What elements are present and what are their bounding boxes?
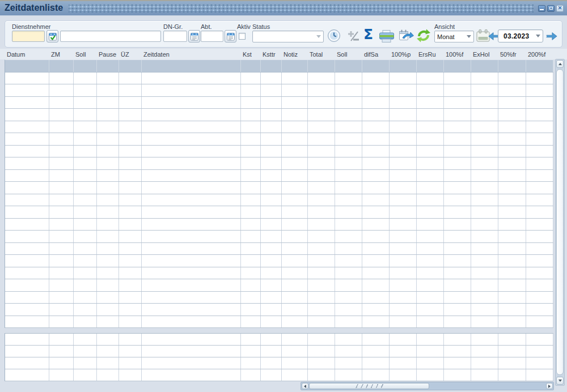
grid-cell[interactable] (335, 170, 362, 182)
grid-cell[interactable] (282, 267, 308, 279)
grid-cell[interactable] (241, 369, 261, 381)
grid-cell[interactable] (142, 243, 241, 255)
grid-cell[interactable] (308, 357, 335, 369)
grid-cell[interactable] (390, 84, 417, 96)
dn-gr-lookup-button[interactable] (188, 30, 200, 42)
grid-cell[interactable] (5, 369, 49, 381)
grid-cell[interactable] (335, 334, 362, 345)
grid-cell[interactable] (308, 316, 335, 328)
grid-row[interactable] (5, 292, 553, 304)
grid-cell[interactable] (335, 206, 362, 218)
grid-cell[interactable] (526, 133, 553, 145)
grid-cell[interactable] (5, 60, 49, 72)
grid-cell[interactable] (119, 346, 142, 357)
grid-cell[interactable] (282, 279, 308, 291)
grid-cell[interactable] (471, 304, 498, 316)
grid-cell[interactable] (471, 170, 498, 182)
grid-cell[interactable] (444, 109, 471, 121)
grid-cell[interactable] (5, 121, 49, 133)
grid-cell[interactable] (5, 206, 49, 218)
grid-cell[interactable] (526, 304, 553, 316)
grid-cell[interactable] (142, 304, 241, 316)
grid-cell[interactable] (119, 182, 142, 194)
grid-cell[interactable] (74, 357, 97, 369)
grid-cell[interactable] (362, 219, 390, 231)
grid-cell[interactable] (241, 279, 261, 291)
grid-cell[interactable] (417, 316, 444, 328)
grid-cell[interactable] (119, 334, 142, 345)
grid-cell[interactable] (362, 121, 390, 133)
grid-cell[interactable] (417, 279, 444, 291)
grid-cell[interactable] (444, 121, 471, 133)
grid-cell[interactable] (526, 146, 553, 157)
grid-cell[interactable] (308, 121, 335, 133)
grid-cell[interactable] (282, 231, 308, 242)
vertical-scrollbar[interactable] (555, 59, 565, 386)
grid-cell[interactable] (526, 292, 553, 304)
grid-cell[interactable] (526, 182, 553, 194)
grid-cell[interactable] (308, 194, 335, 206)
grid-cell[interactable] (444, 357, 471, 369)
grid-cell[interactable] (261, 157, 282, 169)
grid-cell[interactable] (335, 60, 362, 72)
grid-cell[interactable] (282, 109, 308, 121)
grid-cell[interactable] (49, 109, 74, 121)
grid-cell[interactable] (444, 157, 471, 169)
grid-cell[interactable] (335, 182, 362, 194)
grid-cell[interactable] (526, 334, 553, 345)
grid-cell[interactable] (308, 60, 335, 72)
grid-cell[interactable] (444, 292, 471, 304)
grid-cell[interactable] (261, 267, 282, 279)
period-field[interactable]: 03.2023 (498, 29, 543, 42)
grid-cell[interactable] (119, 60, 142, 72)
grid-cell[interactable] (97, 182, 119, 194)
grid-cell[interactable] (498, 170, 526, 182)
grid-cell[interactable] (282, 84, 308, 96)
grid-cell[interactable] (417, 73, 444, 84)
grid-cell[interactable] (417, 255, 444, 267)
grid-cell[interactable] (444, 60, 471, 72)
grid-cell[interactable] (241, 206, 261, 218)
grid-cell[interactable] (119, 73, 142, 84)
grid-cell[interactable] (241, 146, 261, 157)
grid-row[interactable] (5, 346, 553, 357)
grid-cell[interactable] (526, 97, 553, 109)
grid-cell[interactable] (498, 121, 526, 133)
grid-cell[interactable] (241, 121, 261, 133)
grid-cell[interactable] (390, 346, 417, 357)
grid-cell[interactable] (444, 346, 471, 357)
grid-cell[interactable] (49, 157, 74, 169)
grid-cell[interactable] (362, 133, 390, 145)
print-button[interactable] (378, 29, 395, 43)
grid-row[interactable] (5, 170, 553, 182)
grid-cell[interactable] (471, 357, 498, 369)
grid-cell[interactable] (49, 243, 74, 255)
grid-cell[interactable] (308, 157, 335, 169)
grid-cell[interactable] (119, 231, 142, 242)
vertical-scrollbar-thumb[interactable] (556, 69, 564, 375)
grid-cell[interactable] (444, 206, 471, 218)
grid-cell[interactable] (5, 346, 49, 357)
grid-cell[interactable] (471, 206, 498, 218)
grid-cell[interactable] (526, 279, 553, 291)
grid-cell[interactable] (97, 170, 119, 182)
grid-cell[interactable] (444, 73, 471, 84)
grid-cell[interactable] (417, 304, 444, 316)
grid-cell[interactable] (5, 194, 49, 206)
grid-cell[interactable] (362, 357, 390, 369)
grid-cell[interactable] (390, 170, 417, 182)
grid-cell[interactable] (261, 219, 282, 231)
grid-cell[interactable] (498, 346, 526, 357)
grid-cell[interactable] (526, 231, 553, 242)
grid-cell[interactable] (97, 334, 119, 345)
grid-cell[interactable] (97, 121, 119, 133)
grid-cell[interactable] (526, 255, 553, 267)
view-dropdown[interactable]: Monat (434, 31, 474, 42)
grid-cell[interactable] (5, 133, 49, 145)
grid-cell[interactable] (241, 109, 261, 121)
grid-cell[interactable] (390, 146, 417, 157)
grid-cell[interactable] (526, 369, 553, 381)
grid-cell[interactable] (74, 206, 97, 218)
grid-cell[interactable] (5, 84, 49, 96)
grid-cell[interactable] (119, 170, 142, 182)
